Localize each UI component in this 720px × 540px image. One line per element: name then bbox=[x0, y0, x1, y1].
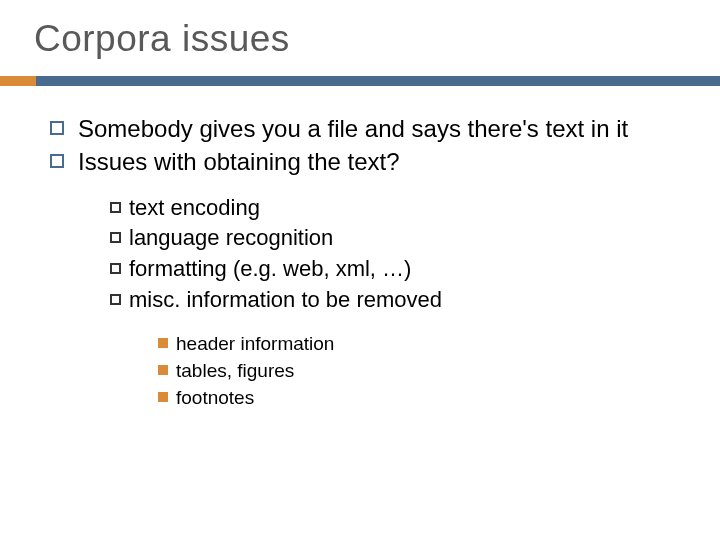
list-item: footnotes bbox=[158, 386, 670, 409]
underline-accent-blue bbox=[36, 76, 720, 86]
square-open-bullet-icon bbox=[50, 154, 64, 168]
list-item: misc. information to be removed bbox=[110, 287, 670, 314]
square-open-small-bullet-icon bbox=[110, 294, 121, 305]
list-item: header information bbox=[158, 332, 670, 355]
page-title: Corpora issues bbox=[0, 18, 720, 60]
list-item-text: text encoding bbox=[129, 195, 260, 222]
list-item: language recognition bbox=[110, 225, 670, 252]
list-item: formatting (e.g. web, xml, …) bbox=[110, 256, 670, 283]
list-item-text: misc. information to be removed bbox=[129, 287, 442, 314]
list-item-text: header information bbox=[176, 332, 334, 355]
list-item-text: language recognition bbox=[129, 225, 333, 252]
list-item-text: formatting (e.g. web, xml, …) bbox=[129, 256, 411, 283]
square-open-small-bullet-icon bbox=[110, 232, 121, 243]
list-item: text encoding bbox=[110, 195, 670, 222]
list-item-text: footnotes bbox=[176, 386, 254, 409]
list-item: Somebody gives you a file and says there… bbox=[50, 114, 670, 143]
sub-list: text encoding language recognition forma… bbox=[50, 181, 670, 314]
list-item-text: Somebody gives you a file and says there… bbox=[78, 114, 670, 143]
title-underline bbox=[0, 76, 720, 86]
square-open-small-bullet-icon bbox=[110, 202, 121, 213]
square-filled-bullet-icon bbox=[158, 365, 168, 375]
content-area: Somebody gives you a file and says there… bbox=[0, 86, 720, 409]
square-filled-bullet-icon bbox=[158, 392, 168, 402]
list-item-text: tables, figures bbox=[176, 359, 294, 382]
square-filled-bullet-icon bbox=[158, 338, 168, 348]
sub-sub-list: header information tables, figures footn… bbox=[50, 318, 670, 410]
slide: Corpora issues Somebody gives you a file… bbox=[0, 0, 720, 540]
square-open-bullet-icon bbox=[50, 121, 64, 135]
list-item: tables, figures bbox=[158, 359, 670, 382]
list-item-text: Issues with obtaining the text? bbox=[78, 147, 670, 176]
underline-accent-orange bbox=[0, 76, 36, 86]
square-open-small-bullet-icon bbox=[110, 263, 121, 274]
list-item: Issues with obtaining the text? bbox=[50, 147, 670, 176]
